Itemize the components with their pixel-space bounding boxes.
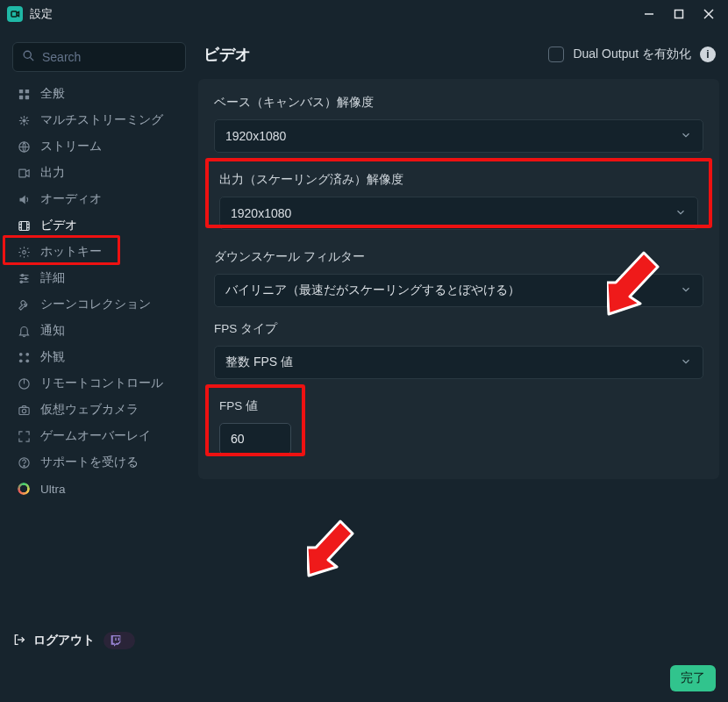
fps-value-text: 60	[231, 432, 245, 446]
window-minimize-button[interactable]	[637, 3, 661, 25]
svg-point-35	[22, 409, 25, 412]
nav-video[interactable]: ビデオ	[9, 212, 189, 239]
svg-rect-2	[675, 11, 683, 18]
nav-notifications[interactable]: 通知	[9, 318, 189, 344]
chevron-down-icon	[680, 355, 692, 370]
fps-value-input[interactable]: 60	[219, 423, 291, 455]
expand-icon	[16, 430, 32, 443]
fps-type-value: 整数 FPS 値	[225, 355, 293, 370]
svg-rect-14	[18, 221, 28, 230]
field-fps-type: FPS タイプ 整数 FPS 値	[214, 321, 703, 379]
power-icon	[16, 377, 32, 390]
sidebar: 全般 マルチストリーミング ストリーム 出力 オーディオ ビデオ	[7, 37, 191, 656]
nav-audio[interactable]: オーディオ	[9, 186, 189, 212]
svg-rect-7	[18, 89, 22, 92]
nav-ultra[interactable]: Ultra	[9, 476, 189, 502]
window-maximize-button[interactable]	[667, 3, 691, 25]
nav-label: サポートを受ける	[40, 455, 139, 470]
fps-type-label: FPS タイプ	[214, 321, 703, 337]
nav-label: 出力	[40, 165, 65, 181]
appearance-icon	[16, 351, 32, 364]
nav-label: 仮想ウェブカメラ	[40, 402, 139, 418]
logout-label: ログアウト	[33, 633, 95, 648]
multistream-icon	[16, 114, 32, 127]
main-area: ビデオ Dual Output を有効化 i ベース（キャンバス）解像度 192…	[198, 39, 719, 656]
svg-point-5	[24, 51, 31, 58]
app-logo-icon	[7, 6, 23, 22]
chevron-down-icon	[674, 206, 687, 221]
dual-output-checkbox[interactable]	[548, 47, 564, 62]
nav-output[interactable]: 出力	[9, 160, 189, 186]
camera-icon	[16, 404, 32, 417]
nav-advanced[interactable]: 詳細	[9, 265, 189, 291]
ultra-icon	[16, 483, 32, 495]
svg-point-30	[18, 359, 22, 362]
dual-output-label: Dual Output を有効化	[573, 47, 691, 62]
svg-point-28	[18, 352, 22, 355]
svg-rect-34	[18, 407, 28, 414]
nav-stream[interactable]: ストリーム	[9, 133, 189, 160]
nav-label: シーンコレクション	[40, 297, 151, 312]
svg-point-21	[22, 250, 25, 254]
svg-point-26	[25, 277, 27, 280]
window-title: 設定	[30, 6, 53, 22]
titlebar: 設定	[0, 0, 728, 28]
help-icon	[16, 456, 32, 469]
chevron-down-icon	[680, 283, 692, 298]
logout-button[interactable]: ログアウト	[12, 633, 95, 649]
field-base-resolution: ベース（キャンバス）解像度 1920x1080	[214, 95, 703, 153]
sliders-icon	[16, 272, 32, 285]
nav-label: マルチストリーミング	[40, 112, 163, 128]
nav-hotkeys[interactable]: ホットキー	[9, 239, 189, 265]
wrench-icon	[16, 298, 32, 312]
nav-virtual-webcam[interactable]: 仮想ウェブカメラ	[9, 397, 189, 423]
bell-icon	[16, 325, 32, 338]
fps-type-select[interactable]: 整数 FPS 値	[214, 346, 703, 379]
page-title: ビデオ	[203, 44, 251, 65]
gear-icon	[16, 246, 32, 259]
nav-remote-control[interactable]: リモートコントロール	[9, 370, 189, 397]
twitch-icon	[109, 634, 123, 648]
field-downscale-filter: ダウンスケール フィルター バイリニア（最速だがスケーリングするとぼやける）	[214, 249, 703, 307]
base-resolution-value: 1920x1080	[225, 129, 286, 143]
svg-point-37	[23, 465, 24, 466]
nav-label: リモートコントロール	[40, 376, 163, 391]
done-button[interactable]: 完了	[670, 665, 716, 691]
svg-point-29	[25, 352, 29, 355]
svg-point-31	[25, 359, 29, 362]
base-resolution-select[interactable]: 1920x1080	[214, 119, 703, 153]
nav-label: 全般	[40, 86, 65, 102]
svg-point-25	[21, 274, 24, 276]
grid-icon	[16, 88, 32, 101]
nav-game-overlay[interactable]: ゲームオーバーレイ	[9, 423, 189, 449]
nav-list: 全般 マルチストリーミング ストリーム 出力 オーディオ ビデオ	[7, 81, 191, 502]
search-field[interactable]	[12, 42, 186, 72]
svg-rect-9	[18, 95, 22, 98]
account-chip[interactable]	[103, 632, 135, 649]
downscale-filter-select[interactable]: バイリニア（最速だがスケーリングするとぼやける）	[214, 274, 703, 307]
downscale-filter-label: ダウンスケール フィルター	[214, 249, 703, 265]
window-close-button[interactable]	[696, 3, 721, 25]
chevron-down-icon	[680, 129, 692, 144]
svg-rect-13	[18, 169, 25, 177]
output-resolution-select[interactable]: 1920x1080	[219, 197, 698, 230]
nav-label: ホットキー	[40, 244, 102, 260]
search-input[interactable]	[42, 50, 196, 64]
info-icon[interactable]: i	[700, 47, 716, 62]
nav-appearance[interactable]: 外観	[9, 344, 189, 370]
nav-label: Ultra	[40, 483, 66, 496]
svg-rect-10	[25, 95, 28, 98]
nav-label: 外観	[40, 349, 65, 365]
nav-label: 通知	[40, 323, 65, 339]
nav-scene-collections[interactable]: シーンコレクション	[9, 291, 189, 318]
nav-general[interactable]: 全般	[9, 81, 189, 107]
search-icon	[22, 49, 35, 66]
nav-support[interactable]: サポートを受ける	[9, 449, 189, 476]
nav-multistreaming[interactable]: マルチストリーミング	[9, 107, 189, 133]
output-resolution-value: 1920x1080	[231, 206, 291, 220]
video-settings-panel: ベース（キャンバス）解像度 1920x1080 出力（スケーリング済み）解像度 …	[198, 79, 719, 479]
video-icon	[16, 219, 32, 233]
svg-rect-0	[11, 11, 17, 17]
nav-label: 詳細	[40, 270, 65, 286]
logout-icon	[12, 633, 26, 649]
